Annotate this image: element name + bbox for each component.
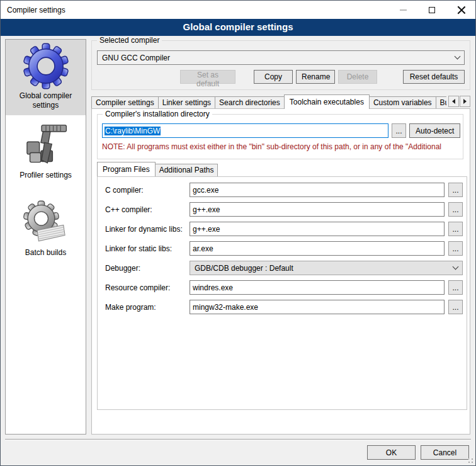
auto-detect-button[interactable]: Auto-detect bbox=[409, 123, 460, 138]
browse-c-compiler-button[interactable]: ... bbox=[448, 183, 463, 197]
installation-directory-row: C:\raylib\MinGW ... Auto-detect bbox=[102, 123, 460, 138]
minimize-button[interactable] bbox=[388, 1, 417, 19]
copy-button[interactable]: Copy bbox=[254, 70, 293, 84]
sidebar-item-label: Global compiler settings bbox=[8, 91, 83, 110]
sidebar-item-profiler-settings[interactable]: Profiler settings bbox=[6, 119, 86, 185]
field-row-dynamic-linker: Linker for dynamic libs: ... bbox=[105, 222, 467, 236]
tab-linker-settings[interactable]: Linker settings bbox=[158, 96, 215, 109]
minimize-icon bbox=[400, 9, 407, 11]
browse-make-program-button[interactable]: ... bbox=[448, 300, 463, 314]
arrow-left-icon bbox=[452, 99, 455, 104]
install-dir-input[interactable]: C:\raylib\MinGW bbox=[102, 123, 388, 138]
browse-resource-compiler-button[interactable]: ... bbox=[448, 280, 463, 295]
chevron-down-icon bbox=[453, 264, 459, 270]
cpp-compiler-input[interactable] bbox=[190, 202, 445, 217]
browse-cpp-compiler-button[interactable]: ... bbox=[448, 202, 463, 217]
tab-scroll-buttons bbox=[448, 96, 470, 107]
install-dir-note: NOTE: All programs must exist either in … bbox=[102, 142, 462, 151]
dynamic-linker-input[interactable] bbox=[190, 222, 445, 236]
compiler-settings-window: Compiler settings Global compiler settin… bbox=[0, 0, 476, 466]
field-row-make-program: Make program: ... bbox=[105, 300, 467, 314]
selected-compiler-value: GNU GCC Compiler bbox=[102, 54, 170, 62]
debugger-dropdown[interactable]: GDB/CDB debugger : Default bbox=[190, 261, 463, 275]
compiler-actions-row: Set as default Copy Rename Delete Reset … bbox=[97, 70, 465, 84]
caliper-icon bbox=[23, 122, 69, 169]
selected-compiler-group-label: Selected compiler bbox=[97, 36, 162, 45]
delete-button: Delete bbox=[338, 70, 377, 84]
field-label: Linker for static libs: bbox=[105, 244, 190, 253]
field-label: Resource compiler: bbox=[105, 283, 190, 292]
close-icon bbox=[457, 6, 465, 14]
installation-directory-group-label: Compiler's installation directory bbox=[103, 110, 212, 118]
resource-compiler-input[interactable] bbox=[190, 280, 445, 295]
window-controls bbox=[388, 1, 475, 19]
settings-tabstrip: Compiler settings Linker settings Search… bbox=[91, 94, 470, 109]
selected-compiler-dropdown[interactable]: GNU GCC Compiler bbox=[97, 50, 465, 65]
rename-button[interactable]: Rename bbox=[296, 70, 335, 84]
sidebar-item-global-compiler-settings[interactable]: Global compiler settings bbox=[6, 40, 86, 115]
selected-compiler-group: Selected compiler GNU GCC Compiler Set a… bbox=[91, 40, 470, 90]
field-label: Make program: bbox=[105, 303, 190, 312]
resize-grip[interactable] bbox=[472, 462, 473, 463]
ok-button[interactable]: OK bbox=[367, 445, 416, 460]
sidebar-item-batch-builds[interactable]: Batch builds bbox=[6, 196, 86, 263]
browse-static-linker-button[interactable]: ... bbox=[448, 241, 463, 256]
chevron-down-icon bbox=[455, 54, 461, 60]
reset-defaults-button[interactable]: Reset defaults bbox=[403, 70, 465, 84]
programs-tabstrip: Program Files Additional Paths bbox=[97, 162, 467, 176]
field-row-c-compiler: C compiler: ... bbox=[105, 183, 467, 197]
sidebar-item-label: Batch builds bbox=[8, 248, 83, 258]
tab-toolchain-executables[interactable]: Toolchain executables bbox=[284, 94, 370, 109]
settings-sidebar: Global compiler settings Profiler settin… bbox=[5, 39, 86, 435]
sidebar-item-label: Profiler settings bbox=[8, 171, 83, 180]
footer-separator bbox=[5, 439, 471, 440]
static-linker-input[interactable] bbox=[190, 241, 445, 256]
set-as-default-button: Set as default bbox=[180, 70, 235, 84]
arrow-right-icon bbox=[463, 99, 467, 104]
close-button[interactable] bbox=[446, 1, 475, 19]
tab-additional-paths[interactable]: Additional Paths bbox=[155, 164, 218, 176]
dialog-body: Global compiler settings Profiler settin… bbox=[1, 36, 475, 465]
debugger-value: GDB/CDB debugger : Default bbox=[195, 264, 293, 273]
field-label: C compiler: bbox=[105, 186, 190, 195]
installation-directory-group: Compiler's installation directory C:\ray… bbox=[97, 114, 463, 159]
toolchain-executables-page: Compiler's installation directory C:\ray… bbox=[91, 108, 470, 435]
c-compiler-input[interactable] bbox=[190, 183, 445, 197]
maximize-button[interactable] bbox=[417, 1, 446, 19]
page-title: Global compiler settings bbox=[1, 19, 475, 36]
blue-gear-icon bbox=[23, 43, 69, 89]
field-row-static-linker: Linker for static libs: ... bbox=[105, 241, 467, 256]
field-label: C++ compiler: bbox=[105, 205, 190, 214]
tab-scroll-left-button[interactable] bbox=[448, 96, 459, 107]
make-program-input[interactable] bbox=[190, 300, 445, 314]
field-label: Debugger: bbox=[105, 264, 190, 273]
program-files-page: C compiler: ... C++ compiler: ... Linker… bbox=[97, 176, 467, 410]
tab-scroll-right-button[interactable] bbox=[460, 96, 470, 107]
browse-install-dir-button[interactable]: ... bbox=[392, 123, 406, 138]
browse-dynamic-linker-button[interactable]: ... bbox=[448, 222, 463, 236]
title-bar: Compiler settings bbox=[1, 1, 475, 19]
programs-notebook: Program Files Additional Paths C compile… bbox=[97, 162, 467, 410]
field-label: Linker for dynamic libs: bbox=[105, 225, 190, 234]
cancel-button[interactable]: Cancel bbox=[421, 445, 469, 460]
tab-program-files[interactable]: Program Files bbox=[97, 162, 156, 176]
field-row-cpp-compiler: C++ compiler: ... bbox=[105, 202, 467, 217]
tab-custom-variables[interactable]: Custom variables bbox=[369, 96, 436, 109]
tab-compiler-settings[interactable]: Compiler settings bbox=[91, 96, 159, 109]
tab-build-options[interactable]: Build bbox=[436, 96, 446, 109]
tab-search-directories[interactable]: Search directories bbox=[215, 96, 285, 109]
gear-stack-icon bbox=[23, 200, 69, 246]
field-row-resource-compiler: Resource compiler: ... bbox=[105, 280, 467, 295]
tabs-viewport: Compiler settings Linker settings Search… bbox=[91, 94, 446, 109]
field-row-debugger: Debugger: GDB/CDB debugger : Default bbox=[105, 261, 467, 275]
install-dir-value: C:\raylib\MinGW bbox=[105, 127, 161, 135]
maximize-icon bbox=[429, 7, 435, 13]
window-title: Compiler settings bbox=[7, 6, 65, 14]
